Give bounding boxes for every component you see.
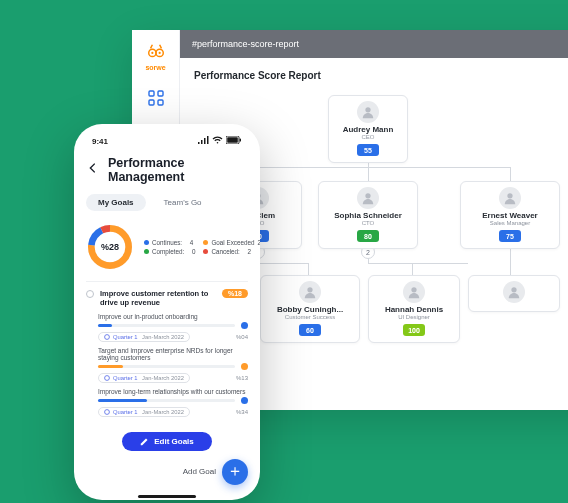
score-badge: 75 (499, 230, 521, 242)
node-role: CTO (362, 220, 375, 226)
svg-rect-7 (158, 100, 163, 105)
legend-dot (144, 240, 149, 245)
avatar-icon (357, 101, 379, 123)
back-button[interactable] (86, 161, 100, 179)
kr-progress-bar (98, 324, 235, 327)
legend-label: Goal Exceeded (211, 239, 254, 246)
status-time: 9:41 (92, 137, 108, 146)
tab-team-goals[interactable]: Team's Go (152, 194, 214, 211)
legend-value: 0 (192, 248, 196, 255)
svg-point-25 (105, 334, 110, 339)
node-role: Customer Success (285, 314, 335, 320)
svg-point-3 (158, 52, 160, 54)
add-goal-fab[interactable]: ＋ (222, 459, 248, 485)
battery-icon (226, 136, 242, 146)
org-node-sales-manager[interactable]: Ernest Weaver Sales Manager 75 (460, 181, 560, 249)
legend-label: Completed: (152, 248, 184, 255)
svg-rect-4 (149, 91, 154, 96)
score-badge: 80 (357, 230, 379, 242)
node-role: UI Designer (398, 314, 430, 320)
svg-point-12 (365, 193, 370, 198)
goal-tabs: My Goals Team's Go (86, 194, 248, 211)
node-name: Hannah Dennis (385, 305, 443, 314)
svg-point-13 (507, 193, 512, 198)
svg-point-27 (105, 409, 110, 414)
kr-quarter-chip[interactable]: Quarter 1 Jan-March 2022 (98, 332, 190, 342)
svg-point-16 (511, 287, 516, 292)
svg-point-2 (151, 52, 153, 54)
goal-radio[interactable] (86, 290, 94, 298)
nav-dashboard-icon[interactable] (147, 89, 165, 107)
tab-my-goals[interactable]: My Goals (86, 194, 146, 211)
avatar-icon (499, 187, 521, 209)
add-goal-label: Add Goal (183, 467, 216, 476)
key-result[interactable]: Improve long-term relationships with our… (86, 388, 248, 417)
kr-title: Improve our in-product onboarding (98, 313, 248, 320)
legend-dot (144, 249, 149, 254)
svg-point-15 (411, 287, 416, 292)
kr-quarter-chip[interactable]: Quarter 1 Jan-March 2022 (98, 407, 190, 417)
node-role: CEO (361, 134, 374, 140)
svg-point-10 (365, 107, 370, 112)
avatar-icon (503, 281, 525, 303)
org-node-ceo[interactable]: Audrey Mann CEO 55 (328, 95, 408, 163)
svg-point-17 (217, 142, 219, 144)
mobile-device: 9:41 Performance Management My Goals Tea… (74, 124, 260, 500)
org-node-cto[interactable]: Sophia Schneider CTO 80 (318, 181, 418, 249)
legend-value: 2 (248, 248, 252, 255)
avatar-icon (403, 281, 425, 303)
legend-dot (203, 249, 208, 254)
donut-chart: %28 (86, 223, 134, 271)
legend-value: 20 (258, 239, 260, 246)
kr-title: Target and improve enterprise NRDs for l… (98, 347, 248, 361)
svg-rect-20 (240, 138, 241, 141)
kr-pct: %13 (236, 375, 248, 381)
svg-rect-19 (227, 137, 238, 143)
org-line (258, 167, 510, 168)
svg-rect-6 (149, 100, 154, 105)
node-name: Audrey Mann (343, 125, 394, 134)
avatar-icon (299, 281, 321, 303)
report-title: Performance Score Report (194, 70, 568, 81)
topbar-label: #performance-score-report (192, 39, 299, 49)
goals-list: Improve customer retention to drive up r… (86, 281, 248, 424)
kr-status-dot (241, 363, 248, 370)
pencil-icon (140, 437, 149, 446)
kr-quarter-chip[interactable]: Quarter 1 Jan-March 2022 (98, 373, 190, 383)
key-result[interactable]: Improve our in-product onboardingQuarter… (86, 313, 248, 342)
legend-label: Continues: (152, 239, 182, 246)
legend-dot (203, 240, 208, 245)
node-name: Sophia Schneider (334, 211, 402, 220)
legend-item: Completed: 0 (144, 248, 195, 255)
org-line (368, 167, 369, 181)
screen-title: Performance Management (108, 156, 248, 184)
score-badge: 55 (357, 144, 379, 156)
kr-progress-bar (98, 365, 235, 368)
window-topbar: #performance-score-report (180, 30, 568, 58)
key-result[interactable]: Target and improve enterprise NRDs for l… (86, 347, 248, 383)
kr-pct: %04 (236, 334, 248, 340)
goal-progress-pill: %18 (222, 289, 248, 298)
legend-label: Canceled: (211, 248, 239, 255)
org-node[interactable]: Bobby Cuningh... Customer Success 60 (260, 275, 360, 343)
org-line (368, 263, 468, 264)
svg-point-26 (105, 375, 110, 380)
org-line (308, 263, 309, 275)
org-line (510, 167, 511, 181)
goal-item[interactable]: Improve customer retention to drive up r… (86, 281, 248, 424)
avatar-icon (357, 187, 379, 209)
org-node[interactable]: Hannah Dennis UI Designer 100 (368, 275, 460, 343)
wifi-icon (212, 136, 223, 146)
edit-goals-button[interactable]: Edit Goals (122, 432, 212, 451)
org-node[interactable] (468, 275, 560, 312)
home-indicator (138, 495, 196, 498)
legend-item: Continues: 4 (144, 239, 195, 246)
brand-logo[interactable]: sorwe (145, 42, 167, 71)
svg-rect-5 (158, 91, 163, 96)
status-bar: 9:41 (86, 136, 248, 146)
signal-icon (198, 136, 209, 146)
kr-title: Improve long-term relationships with our… (98, 388, 248, 395)
legend-item: Canceled: 2 (203, 248, 260, 255)
legend-value: 4 (190, 239, 194, 246)
kr-pct: %34 (236, 409, 248, 415)
